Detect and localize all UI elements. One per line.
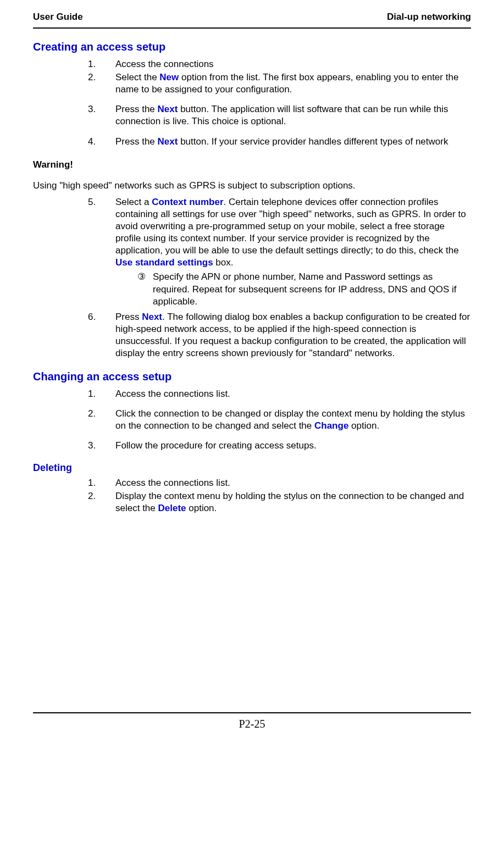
list-number: 1.	[88, 388, 115, 400]
text-frag: Press the	[115, 136, 158, 147]
list-number: 5.	[88, 196, 115, 310]
keyword-delete: Delete	[158, 503, 186, 513]
creating-list-continued: 5. Select a Context number. Certain tele…	[88, 196, 471, 359]
list-text: Access the connections list.	[115, 388, 471, 400]
list-number: 2.	[88, 71, 115, 96]
list-text: Select the New option from the list. The…	[115, 71, 471, 96]
keyword-next: Next	[158, 136, 178, 147]
heading-deleting: Deleting	[33, 462, 471, 474]
list-number: 6.	[88, 311, 115, 359]
list-number: 3.	[88, 440, 115, 452]
list-item: 3. Follow the procedure for creating acc…	[88, 440, 471, 452]
text-frag: option.	[186, 503, 217, 513]
list-number: 1.	[88, 477, 115, 489]
list-item: 6. Press Next. The following dialog box …	[88, 311, 471, 359]
keyword-next: Next	[142, 312, 162, 322]
list-text: Follow the procedure for creating access…	[115, 440, 471, 452]
list-item: 1. Access the connections	[88, 58, 471, 70]
page-header: User Guide Dial-up networking	[33, 11, 471, 29]
text-frag: Click the connection to be changed or di…	[115, 408, 465, 431]
creating-list: 1. Access the connections 2. Select the …	[88, 58, 471, 148]
list-text: Click the connection to be changed or di…	[115, 408, 471, 432]
circled-three-icon: ③	[137, 271, 153, 307]
list-number: 1.	[88, 58, 115, 70]
sub-bullet: ③ Specify the APN or phone number, Name …	[137, 271, 471, 307]
text-frag: . The following dialog box enables a bac…	[115, 312, 470, 358]
heading-creating: Creating an access setup	[33, 40, 471, 54]
list-text: Press the Next button. The application w…	[115, 103, 471, 128]
text-frag: box.	[213, 257, 234, 268]
list-text: Access the connections list.	[115, 477, 471, 489]
list-number: 2.	[88, 408, 115, 432]
text-frag: option.	[348, 420, 379, 431]
text-frag: Select a	[115, 197, 152, 207]
text-frag: Select the	[115, 72, 159, 82]
list-number: 4.	[88, 136, 115, 148]
text-frag: Press the	[115, 104, 158, 114]
keyword-next: Next	[158, 104, 178, 114]
list-number: 3.	[88, 103, 115, 128]
list-number: 2.	[88, 490, 115, 514]
text-frag: Press	[115, 312, 142, 322]
list-item: 4. Press the Next button. If your servic…	[88, 136, 471, 148]
list-text: Select a Context number. Certain telepho…	[115, 196, 471, 310]
list-item: 3. Press the Next button. The applicatio…	[88, 103, 471, 128]
list-text: Display the context menu by holding the …	[115, 490, 471, 514]
page-footer: P2-25	[33, 712, 471, 731]
text-frag: button. If your service provider handles…	[178, 136, 448, 147]
page-number: P2-25	[239, 718, 265, 730]
list-text: Access the connections	[115, 58, 471, 70]
deleting-list: 1. Access the connections list. 2. Displ…	[88, 477, 471, 514]
list-item: 2. Select the New option from the list. …	[88, 71, 471, 96]
list-item: 1. Access the connections list.	[88, 477, 471, 489]
list-item: 2. Display the context menu by holding t…	[88, 490, 471, 514]
list-item: 2. Click the connection to be changed or…	[88, 408, 471, 432]
sub-bullet-text: Specify the APN or phone number, Name an…	[153, 271, 471, 307]
keyword-change: Change	[314, 420, 348, 431]
list-item: 1. Access the connections list.	[88, 388, 471, 400]
keyword-use-standard: Use standard settings	[115, 257, 213, 268]
list-item: 5. Select a Context number. Certain tele…	[88, 196, 471, 310]
warning-text: Using "high speed" networks such as GPRS…	[33, 180, 471, 192]
keyword-context-number: Context number	[152, 197, 223, 207]
heading-changing: Changing an access setup	[33, 369, 471, 384]
header-left: User Guide	[33, 11, 83, 23]
header-right: Dial-up networking	[387, 11, 471, 23]
warning-heading: Warning!	[33, 159, 471, 171]
changing-list: 1. Access the connections list. 2. Click…	[88, 388, 471, 452]
keyword-new: New	[159, 72, 179, 82]
list-text: Press Next. The following dialog box ena…	[115, 311, 471, 359]
list-text: Press the Next button. If your service p…	[115, 136, 471, 148]
